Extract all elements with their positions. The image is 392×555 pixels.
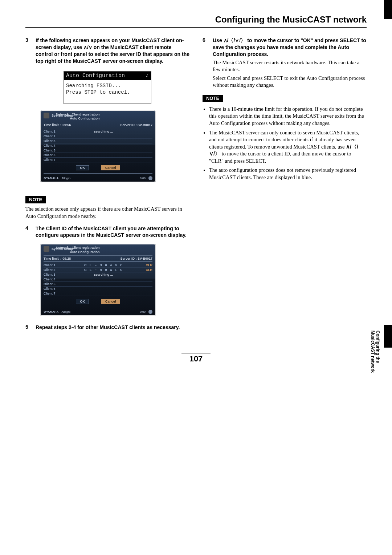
table-row: Client 6 [44,153,152,158]
note-b2-b: to move the cursor to a client ID, and t… [209,151,351,164]
table-row: Client 4 [44,277,152,282]
cancel-button[interactable]: Cancel [101,165,120,170]
tv-time-value: 09:28 [62,257,71,260]
music-note-icon: ♪ [146,73,149,79]
step-4: 4 The Client ID of the MusicCAST client … [25,225,189,239]
step-3: 3 If the following screen appears on you… [25,37,189,65]
step-number: 3 [25,37,32,65]
ok-button[interactable]: OK [76,299,89,304]
tv-time-label: Time limit : [44,257,61,260]
clr-button[interactable]: CLR [142,268,152,272]
client-label: Client 6 [44,287,65,291]
footer-time: 0:00 [140,177,146,180]
arrows-nav-icon: ∧/〈/∨/〉 [224,37,246,43]
step-number: 4 [25,225,32,239]
table-row: Client 7 [44,158,152,162]
tv-heading-2: Auto Configuration [56,117,100,121]
footer-time: 0:00 [140,310,146,313]
side-tab-label: Configuring the MusicCAST network [370,331,380,382]
yamaha-brand: ⊕YAMAHA [44,177,58,180]
client-label: Client 5 [44,149,65,152]
client-label: Client 6 [44,153,65,157]
footer-name: Allegro [61,310,70,313]
step-number: 5 [25,324,32,331]
clr-button[interactable]: CLR [142,263,152,267]
note-bullet-2: The MusicCAST server can only connect to… [209,129,367,165]
yamaha-brand: ⊕YAMAHA [44,310,58,313]
status-dot-icon [148,310,152,314]
cancel-button[interactable]: Cancel [101,299,120,304]
tv-heading-1: Network : Client registration [56,246,100,250]
table-row: Client 5 [44,282,152,287]
page-title: Configuring the MusicCAST network [25,15,367,25]
status-dot-icon [148,176,152,180]
tv1-rows: Client 1searching ...Client 2Client 3Cli… [44,129,152,162]
page-number-rule [181,353,211,353]
tv-logo-icon [44,246,49,252]
page-number: 107 [25,354,367,364]
note-bullet-1: There is a 10-minute time limit for this… [209,106,367,127]
table-row: Client 6 [44,287,152,291]
tv2-rows: Client 1C L − B 0 4 0 2CLRClient 2C L − … [44,263,152,296]
client-label: Client 3 [44,273,65,276]
client-label: Client 2 [44,268,65,272]
step-number: 6 [203,37,209,89]
client-label: Client 7 [44,292,65,295]
tv-logo-icon [44,113,49,118]
tv-heading-1: Network : Client registration [56,113,100,117]
client-label: Client 1 [44,263,65,267]
table-row: Client 1searching ... [44,129,152,134]
client-value: searching ... [65,130,142,133]
lcd-screen: Auto Configuration ♪ Searching ESSID... … [64,71,151,104]
table-row: Client 3 [44,139,152,143]
note-b2-a: The MusicCAST server can only connect to… [209,130,359,150]
client-label: Client 2 [44,134,65,138]
lcd-line-1: Searching ESSID... [66,82,149,89]
step-5-text: Repeat steps 2-4 for other MusicCAST cli… [36,324,180,331]
step-6: 6 Use ∧/〈/∨/〉 to move the cursor to "OK"… [203,37,367,89]
lcd-title: Auto Configuration [66,73,125,79]
note-left-text: The selection screen only appears if the… [25,206,189,220]
table-row: Client 2 [44,134,152,139]
step-6-after-1: The MusicCAST server restarts its networ… [213,59,367,73]
table-row: Client 1C L − B 0 4 0 2CLR [44,263,152,268]
tv-time-value: 09:56 [62,123,71,127]
client-label: Client 4 [44,144,65,147]
arrows-updown-icon: ∧/∨ [83,44,92,50]
client-label: Client 1 [44,130,65,133]
table-row: Client 5 [44,148,152,153]
client-label: Client 3 [44,139,65,143]
tv-heading-2: Auto Configuration [56,250,100,254]
tv-server-id: Server ID : SV-B0017 [120,123,152,127]
client-value: searching ... [65,273,142,276]
client-value: C L − B 0 4 0 2 [65,263,142,267]
title-rule [25,27,367,28]
step-5: 5 Repeat steps 2-4 for other MusicCAST c… [25,324,189,331]
note-badge: NOTE [25,196,46,203]
client-label: Client 4 [44,278,65,281]
table-row: Client 3searching ... [44,272,152,277]
step-6-bold-a: Use [213,37,224,43]
ok-button[interactable]: OK [76,165,89,170]
step-4-text: The Client ID of the MusicCAST client yo… [36,225,189,239]
note-badge: NOTE [203,95,223,102]
tv-time-label: Time limit : [44,123,61,127]
footer-name: Allegro [61,177,70,180]
client-value: C L − B 0 4 1 5 [65,268,142,272]
step-6-after-2: Select Cancel and press SELECT to exit t… [213,75,367,89]
client-label: Client 7 [44,158,65,162]
client-label: Client 5 [44,282,65,286]
note-bullet-3: The auto configuration process does not … [209,167,367,181]
lcd-line-2: Press STOP to cancel. [66,89,149,96]
table-row: Client 2C L − B 0 4 1 5CLR [44,268,152,272]
table-row: Client 4 [44,143,152,148]
tv-screen-1: System Setup Network : Client registrati… [40,110,156,183]
tv-screen-2: System Setup Network : Client registrati… [40,244,156,316]
table-row: Client 7 [44,291,152,296]
tv-server-id: Server ID : SV-B0017 [120,257,152,260]
